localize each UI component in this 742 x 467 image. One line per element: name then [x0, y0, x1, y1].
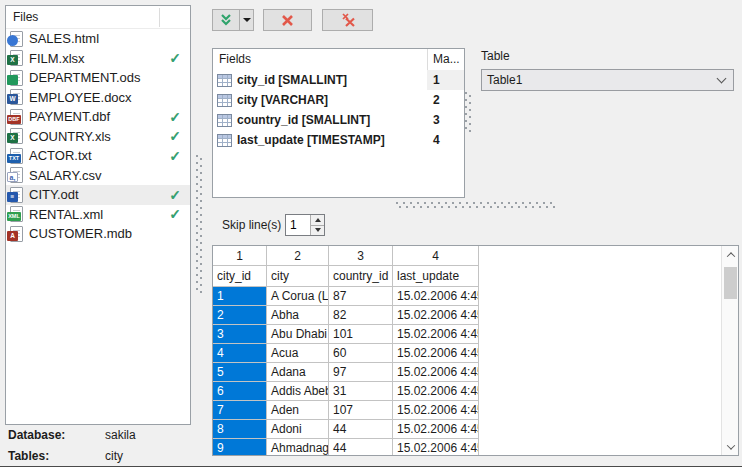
table-icon — [217, 134, 232, 147]
file-type-badge: TXT — [7, 154, 21, 163]
spin-up-button[interactable] — [311, 215, 324, 225]
row-number-cell[interactable]: 8 — [213, 420, 267, 439]
city-cell[interactable]: Aden — [267, 401, 329, 420]
file-item[interactable]: XFILM.xlsx✓ — [6, 49, 190, 69]
database-value: sakila — [105, 428, 136, 442]
country-id-cell[interactable]: 44 — [329, 439, 393, 455]
dotted-marker — [196, 155, 198, 295]
column-name-header[interactable]: city_id — [213, 266, 267, 287]
file-item[interactable]: DEPARTMENT.ods — [6, 68, 190, 88]
check-icon: ✓ — [166, 187, 184, 203]
column-number-header[interactable]: 3 — [329, 246, 393, 266]
last-update-cell[interactable]: 15.02.2006 4:45 — [393, 401, 479, 420]
file-name: SALARY.csv — [29, 168, 102, 183]
field-row[interactable]: last_update [TIMESTAMP]4 — [213, 130, 464, 150]
country-id-cell[interactable]: 107 — [329, 401, 393, 420]
file-name: SALES.html — [29, 31, 99, 46]
column-name-header[interactable]: city — [267, 266, 329, 287]
scroll-down-button[interactable] — [722, 438, 739, 455]
xls-file-icon: X — [10, 128, 23, 144]
city-cell[interactable]: Adana — [267, 363, 329, 382]
last-update-cell[interactable]: 15.02.2006 4:45 — [393, 363, 479, 382]
country-id-cell[interactable]: 31 — [329, 382, 393, 401]
file-name: CUSTOMER.mdb — [29, 226, 132, 241]
mapped-number: 3 — [427, 110, 464, 130]
clear-mapping-button[interactable] — [263, 9, 312, 31]
last-update-cell[interactable]: 15.02.2006 4:45 — [393, 306, 479, 325]
city-cell[interactable]: Adoni — [267, 420, 329, 439]
row-number-cell[interactable]: 4 — [213, 344, 267, 363]
country-id-cell[interactable]: 87 — [329, 287, 393, 306]
column-number-header[interactable]: 2 — [267, 246, 329, 266]
country-id-cell[interactable]: 82 — [329, 306, 393, 325]
triangle-up-icon — [315, 218, 321, 222]
file-item[interactable]: XMLRENTAL.xml✓ — [6, 205, 190, 225]
grid-number-header-row: 1234 — [213, 246, 721, 266]
row-number-cell[interactable]: 2 — [213, 306, 267, 325]
last-update-cell[interactable]: 15.02.2006 4:45 — [393, 287, 479, 306]
row-number-cell[interactable]: 7 — [213, 401, 267, 420]
table-icon — [217, 74, 232, 87]
column-name-header[interactable]: last_update — [393, 266, 479, 287]
scrollbar-thumb[interactable] — [724, 267, 737, 299]
city-cell[interactable]: Abha — [267, 306, 329, 325]
column-number-header[interactable]: 4 — [393, 246, 479, 266]
file-item[interactable]: DBFPAYMENT.dbf✓ — [6, 107, 190, 127]
field-cell: city [VARCHAR] — [213, 93, 427, 107]
fields-column-header[interactable]: Fields — [213, 49, 427, 70]
field-name: country_id [SMALLINT] — [237, 113, 370, 127]
file-item[interactable]: WEMPLOYEE.docx — [6, 88, 190, 108]
city-cell[interactable]: Addis Abeba — [267, 382, 329, 401]
vertical-scrollbar[interactable] — [721, 246, 738, 455]
column-number-header[interactable]: 1 — [213, 246, 267, 266]
xlsx-file-icon: X — [10, 50, 23, 66]
file-item[interactable]: XCOUNTRY.xls✓ — [6, 127, 190, 147]
last-update-cell[interactable]: 15.02.2006 4:45 — [393, 382, 479, 401]
skip-lines-input[interactable] — [286, 215, 310, 235]
html-file-icon — [10, 31, 23, 47]
table-row: 3Abu Dhabi10115.02.2006 4:45 — [213, 325, 721, 344]
file-type-badge — [7, 35, 18, 46]
file-item[interactable]: TXTACTOR.txt✓ — [6, 146, 190, 166]
spin-down-button[interactable] — [311, 225, 324, 236]
city-cell[interactable]: A Corua (La Cor — [267, 287, 329, 306]
field-row[interactable]: city [VARCHAR]2 — [213, 90, 464, 110]
field-row[interactable]: country_id [SMALLINT]3 — [213, 110, 464, 130]
country-id-cell[interactable]: 101 — [329, 325, 393, 344]
table-select-value: Table1 — [487, 73, 522, 87]
row-number-cell[interactable]: 5 — [213, 363, 267, 382]
field-row[interactable]: city_id [SMALLINT]1 — [213, 70, 464, 90]
field-cell: last_update [TIMESTAMP] — [213, 133, 427, 147]
last-update-cell[interactable]: 15.02.2006 4:45 — [393, 420, 479, 439]
field-name: city_id [SMALLINT] — [237, 73, 347, 87]
column-name-header[interactable]: country_id — [329, 266, 393, 287]
scroll-up-button[interactable] — [722, 246, 739, 263]
file-item[interactable]: a,SALARY.csv — [6, 166, 190, 186]
file-item[interactable]: SALES.html — [6, 29, 190, 49]
mapped-column-header[interactable]: Ma... — [427, 49, 464, 70]
row-number-cell[interactable]: 3 — [213, 325, 267, 344]
file-type-badge: a, — [7, 172, 18, 182]
import-mapping-button[interactable] — [212, 9, 240, 31]
country-id-cell[interactable]: 60 — [329, 344, 393, 363]
country-id-cell[interactable]: 97 — [329, 363, 393, 382]
last-update-cell[interactable]: 15.02.2006 4:45 — [393, 344, 479, 363]
last-update-cell[interactable]: 15.02.2006 4:45 — [393, 439, 479, 455]
city-cell[interactable]: Ahmadnagar — [267, 439, 329, 455]
last-update-cell[interactable]: 15.02.2006 4:45 — [393, 325, 479, 344]
file-item[interactable]: ACUSTOMER.mdb — [6, 224, 190, 244]
table-row: 5Adana9715.02.2006 4:45 — [213, 363, 721, 382]
row-number-cell[interactable]: 1 — [213, 287, 267, 306]
clear-all-mappings-button[interactable] — [322, 9, 373, 31]
table-select[interactable]: Table1 — [481, 69, 734, 91]
skip-lines-label: Skip line(s) — [222, 218, 281, 232]
field-name: city [VARCHAR] — [237, 93, 328, 107]
city-cell[interactable]: Abu Dhabi — [267, 325, 329, 344]
city-cell[interactable]: Acua — [267, 344, 329, 363]
country-id-cell[interactable]: 44 — [329, 420, 393, 439]
import-mapping-dropdown-button[interactable] — [239, 9, 254, 31]
file-type-badge: XML — [7, 212, 21, 221]
row-number-cell[interactable]: 9 — [213, 439, 267, 455]
row-number-cell[interactable]: 6 — [213, 382, 267, 401]
file-item[interactable]: ≡CITY.odt✓ — [6, 185, 190, 205]
